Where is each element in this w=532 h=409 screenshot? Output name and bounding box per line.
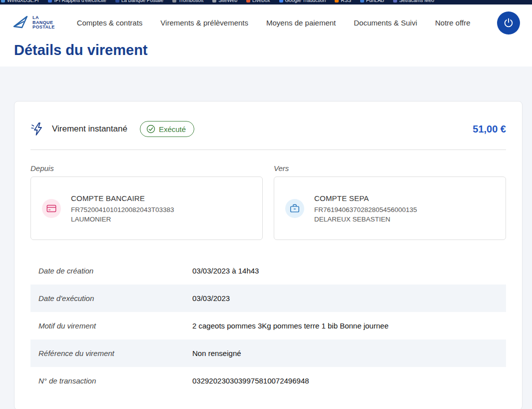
bank-logo[interactable]: LA BANQUE POSTALE xyxy=(12,16,55,30)
bookmark-label: FunLAB xyxy=(366,0,384,3)
favicon xyxy=(393,0,397,2)
detail-row-motif: Motif du virement 2 cageots pommes 3Kg p… xyxy=(30,312,506,340)
nav-documents-suivi[interactable]: Documents & Suivi xyxy=(354,18,417,27)
site-header: LA BANQUE POSTALE Comptes & contrats Vir… xyxy=(0,4,532,41)
nav-moyens-paiement[interactable]: Moyens de paiement xyxy=(266,18,336,27)
wallet-icon xyxy=(285,199,304,218)
bookmark-item[interactable]: Google Traduction xyxy=(279,0,326,3)
bookmark-item[interactable]: La Banque Postale xyxy=(115,0,164,3)
bookmark-item[interactable]: Trombosoft xyxy=(172,0,203,3)
bank-logo-text: LA BANQUE POSTALE xyxy=(32,16,55,30)
bookmark-label: WiredXDSL.Fr xyxy=(7,0,39,3)
favicon xyxy=(172,0,176,2)
bookmark-label: LiveBox xyxy=(252,0,270,3)
logout-button[interactable] xyxy=(497,12,520,34)
favicon xyxy=(115,0,119,2)
favicon xyxy=(246,0,250,2)
transfer-details-list: Date de création 03/03/2023 à 14h43 Date… xyxy=(30,257,506,394)
from-section-label: Depuis xyxy=(30,164,263,172)
detail-label: Date de création xyxy=(38,266,192,275)
check-circle-icon xyxy=(146,124,155,134)
bookmark-item[interactable]: IPI Rappels d'électricité xyxy=(48,0,106,3)
bank-logo-icon xyxy=(12,16,29,30)
bookmark-label: IPI Rappels d'électricité xyxy=(54,0,106,3)
to-account-info: COMPTE SEPA FR7619406370282805456000135 … xyxy=(314,194,417,223)
bookmarks-list: WiredXDSL.Fr IPI Rappels d'électricité L… xyxy=(1,0,434,3)
detail-row-creation-date: Date de création 03/03/2023 à 14h43 xyxy=(30,257,506,284)
detail-value: 0329202303039975810072496948 xyxy=(192,376,309,385)
bookmark-label: SiteWeb xyxy=(218,0,237,3)
from-account-info: COMPTE BANCAIRE FR7520041010120082043T03… xyxy=(71,194,174,223)
detail-value: 03/03/2023 xyxy=(192,294,230,302)
instant-transfer-icon xyxy=(30,122,45,136)
from-account-column: Depuis COMPTE BANCAIRE FR752004101012008… xyxy=(30,164,263,240)
bookmark-label: Setracams Meo xyxy=(399,0,434,3)
accounts-section: Depuis COMPTE BANCAIRE FR752004101012008… xyxy=(30,164,506,240)
favicon xyxy=(48,0,52,2)
from-account-box: COMPTE BANCAIRE FR7520041010120082043T03… xyxy=(30,176,263,240)
bookmark-item[interactable]: RSS xyxy=(335,0,351,3)
bookmark-label: La Banque Postale xyxy=(121,0,164,3)
from-account-name: COMPTE BANCAIRE xyxy=(71,194,174,202)
nav-notre-offre[interactable]: Notre offre xyxy=(435,18,471,27)
nav-virements-prelevements[interactable]: Virements & prélèvements xyxy=(160,18,248,27)
detail-label: Motif du virement xyxy=(38,322,192,330)
nav-comptes-contrats[interactable]: Comptes & contrats xyxy=(77,18,143,27)
power-icon xyxy=(503,18,514,28)
to-account-iban: FR7619406370282805456000135 xyxy=(314,206,417,214)
bookmark-item[interactable]: LiveBox xyxy=(246,0,270,3)
bank-card-icon xyxy=(42,199,61,218)
favicon xyxy=(212,0,216,2)
page-title: Détails du virement xyxy=(14,42,518,58)
to-account-box: COMPTE SEPA FR7619406370282805456000135 … xyxy=(274,176,506,240)
bookmark-label: Google Traduction xyxy=(285,0,326,3)
bookmark-item[interactable]: SiteWeb xyxy=(212,0,237,3)
browser-bookmarks-bar: WiredXDSL.Fr IPI Rappels d'électricité L… xyxy=(0,0,532,4)
bookmark-item[interactable]: WiredXDSL.Fr xyxy=(1,0,39,3)
status-label: Exécuté xyxy=(159,125,186,134)
favicon xyxy=(335,0,339,2)
transfer-details-card: Virement instantané Exécuté 51,00 € Depu… xyxy=(14,101,523,409)
transfer-amount: 51,00 € xyxy=(473,124,506,135)
detail-value: Non renseigné xyxy=(192,349,241,358)
from-account-iban: FR7520041010120082043T03383 xyxy=(71,206,174,214)
bookmark-item[interactable]: FunLAB xyxy=(360,0,384,3)
to-account-holder: DELAREUX SEBASTIEN xyxy=(314,216,417,223)
transfer-type-label: Virement instantané xyxy=(52,124,127,134)
favicon xyxy=(360,0,364,2)
transfer-summary-row: Virement instantané Exécuté 51,00 € xyxy=(30,118,506,140)
detail-label: N° de transaction xyxy=(38,376,192,385)
favicon xyxy=(1,0,5,2)
detail-row-execution-date: Date d'exécution 03/03/2023 xyxy=(30,284,506,312)
bookmark-label: RSS xyxy=(341,0,351,3)
detail-label: Référence du virement xyxy=(38,349,192,358)
bookmark-item[interactable]: Setracams Meo xyxy=(393,0,434,3)
main-nav: Comptes & contrats Virements & prélèveme… xyxy=(77,18,471,27)
favicon xyxy=(279,0,283,2)
from-account-holder: LAUMONIER xyxy=(71,216,174,223)
detail-row-reference: Référence du virement Non renseigné xyxy=(30,340,506,367)
divider xyxy=(30,150,506,150)
detail-label: Date d'exécution xyxy=(38,294,192,302)
title-band: Détails du virement xyxy=(0,41,532,66)
detail-row-transaction-number: N° de transaction 0329202303039975810072… xyxy=(30,367,506,394)
to-section-label: Vers xyxy=(274,164,506,172)
detail-value: 2 cageots pommes 3Kg pommes terre 1 bib … xyxy=(192,322,389,330)
page-background: Virement instantané Exécuté 51,00 € Depu… xyxy=(0,66,532,409)
bookmark-label: Trombosoft xyxy=(178,0,203,3)
to-account-name: COMPTE SEPA xyxy=(314,194,417,202)
to-account-column: Vers COMPTE SEPA FR761940637028280545600… xyxy=(274,164,506,240)
detail-value: 03/03/2023 à 14h43 xyxy=(192,266,259,275)
status-badge: Exécuté xyxy=(140,121,194,137)
